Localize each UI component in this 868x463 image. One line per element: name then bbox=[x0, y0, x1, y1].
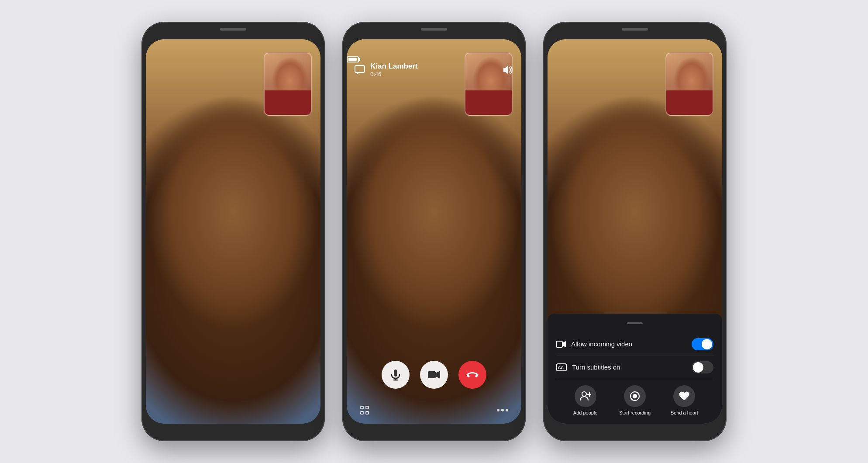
call-controls bbox=[347, 361, 521, 389]
phone-1 bbox=[141, 22, 325, 441]
chat-icon[interactable] bbox=[354, 64, 366, 76]
bottom-sheet: Allow incoming video CC bbox=[548, 314, 722, 424]
subtitles-toggle[interactable] bbox=[692, 361, 713, 373]
video-button[interactable] bbox=[420, 361, 448, 389]
svg-rect-16 bbox=[556, 341, 562, 347]
phone-3-screen: Allow incoming video CC bbox=[548, 39, 722, 424]
caller-name: Kian Lambert bbox=[370, 62, 418, 71]
svg-text:CC: CC bbox=[558, 366, 564, 370]
svg-rect-12 bbox=[366, 411, 369, 414]
allow-video-row: Allow incoming video bbox=[556, 333, 713, 356]
phone-2: 6:36 PM Kian Lambert 0:46 bbox=[342, 22, 526, 441]
svg-marker-17 bbox=[562, 341, 566, 347]
focus-icon[interactable] bbox=[360, 405, 369, 415]
svg-rect-10 bbox=[366, 406, 369, 409]
more-options-icon[interactable] bbox=[497, 409, 508, 411]
add-people-action[interactable]: Add people bbox=[568, 385, 603, 416]
call-header: Kian Lambert 0:46 bbox=[347, 59, 521, 81]
phone-3: Allow incoming video CC bbox=[543, 22, 727, 441]
phones-container: 6:36 PM Kian Lambert 0:46 bbox=[0, 0, 868, 463]
record-icon-circle bbox=[624, 385, 646, 407]
end-call-button[interactable] bbox=[458, 361, 486, 389]
call-duration: 0:46 bbox=[370, 71, 418, 77]
svg-point-13 bbox=[497, 409, 499, 411]
svg-point-15 bbox=[506, 409, 508, 411]
svg-marker-6 bbox=[436, 371, 440, 379]
start-recording-label: Start recording bbox=[619, 410, 651, 416]
phone-2-screen: 6:36 PM Kian Lambert 0:46 bbox=[347, 39, 521, 424]
subtitles-row: CC Turn subtitles on bbox=[556, 356, 713, 379]
allow-video-label: Allow incoming video bbox=[571, 340, 632, 348]
cc-row-icon: CC bbox=[556, 363, 567, 371]
mute-button[interactable] bbox=[382, 361, 410, 389]
svg-rect-9 bbox=[361, 406, 363, 409]
add-people-label: Add people bbox=[573, 410, 598, 416]
svg-rect-0 bbox=[355, 66, 365, 73]
add-people-icon-circle bbox=[575, 385, 596, 407]
send-heart-action[interactable]: Send a heart bbox=[667, 385, 702, 416]
start-recording-action[interactable]: Start recording bbox=[617, 385, 652, 416]
self-view-3[interactable] bbox=[665, 52, 713, 116]
svg-rect-5 bbox=[428, 371, 436, 378]
send-heart-label: Send a heart bbox=[671, 410, 698, 416]
svg-point-14 bbox=[501, 409, 504, 411]
heart-icon-circle bbox=[673, 385, 695, 407]
svg-rect-11 bbox=[361, 411, 363, 414]
svg-marker-1 bbox=[503, 66, 508, 74]
speaker-icon[interactable] bbox=[502, 64, 514, 76]
subtitles-label: Turn subtitles on bbox=[572, 363, 620, 371]
phone-1-screen bbox=[146, 39, 320, 424]
allow-video-toggle[interactable] bbox=[692, 338, 713, 350]
svg-point-20 bbox=[582, 392, 586, 396]
svg-rect-2 bbox=[394, 370, 397, 377]
action-bar: Add people Start recording bbox=[556, 379, 713, 419]
self-view-1[interactable] bbox=[264, 52, 312, 116]
sheet-handle bbox=[627, 322, 643, 324]
call-bottom-bar bbox=[347, 405, 521, 415]
svg-point-24 bbox=[633, 394, 637, 398]
video-row-icon bbox=[556, 340, 566, 348]
